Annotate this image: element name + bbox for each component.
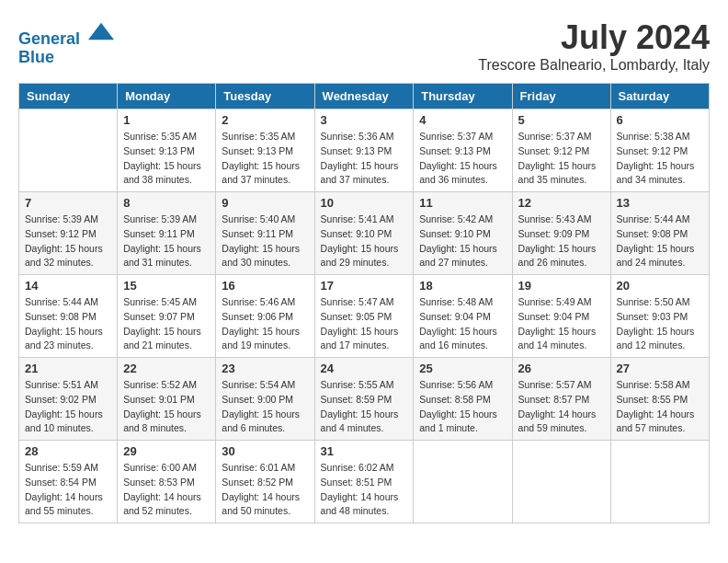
day-cell (610, 441, 709, 523)
logo-icon (88, 18, 114, 44)
day-info: Sunrise: 5:52 AMSunset: 9:01 PMDaylight:… (123, 378, 210, 436)
day-info: Sunrise: 5:41 AMSunset: 9:10 PMDaylight:… (321, 213, 408, 270)
month-title: July 2024 (478, 18, 710, 57)
day-info: Sunrise: 5:58 AMSunset: 8:55 PMDaylight:… (617, 378, 703, 436)
day-info: Sunrise: 6:00 AMSunset: 8:53 PMDaylight:… (123, 461, 210, 519)
day-cell: 13Sunrise: 5:44 AMSunset: 9:08 PMDayligh… (610, 192, 709, 275)
day-number: 13 (617, 196, 703, 210)
day-info: Sunrise: 5:50 AMSunset: 9:03 PMDaylight:… (617, 295, 703, 353)
svg-marker-0 (88, 23, 114, 40)
logo: General Blue (18, 18, 114, 67)
day-info: Sunrise: 5:45 AMSunset: 9:07 PMDaylight:… (123, 295, 210, 353)
day-info: Sunrise: 5:40 AMSunset: 9:11 PMDaylight:… (222, 213, 308, 270)
day-cell (19, 109, 118, 192)
day-number: 14 (25, 279, 111, 293)
day-cell: 10Sunrise: 5:41 AMSunset: 9:10 PMDayligh… (314, 192, 414, 275)
day-number: 29 (123, 444, 210, 458)
day-info: Sunrise: 5:57 AMSunset: 8:57 PMDaylight:… (518, 378, 605, 436)
day-cell: 9Sunrise: 5:40 AMSunset: 9:11 PMDaylight… (216, 192, 314, 275)
day-cell: 20Sunrise: 5:50 AMSunset: 9:03 PMDayligh… (610, 275, 709, 358)
day-cell: 14Sunrise: 5:44 AMSunset: 9:08 PMDayligh… (19, 275, 118, 358)
day-cell: 4Sunrise: 5:37 AMSunset: 9:13 PMDaylight… (414, 109, 512, 192)
day-number: 21 (25, 362, 111, 375)
day-cell: 22Sunrise: 5:52 AMSunset: 9:01 PMDayligh… (118, 358, 216, 441)
day-cell: 19Sunrise: 5:49 AMSunset: 9:04 PMDayligh… (512, 275, 610, 358)
day-number: 12 (518, 196, 605, 210)
day-cell: 24Sunrise: 5:55 AMSunset: 8:59 PMDayligh… (314, 358, 414, 441)
day-number: 4 (419, 113, 506, 127)
day-number: 5 (518, 113, 605, 127)
day-cell: 29Sunrise: 6:00 AMSunset: 8:53 PMDayligh… (118, 441, 216, 523)
day-cell: 8Sunrise: 5:39 AMSunset: 9:11 PMDaylight… (118, 192, 216, 275)
day-info: Sunrise: 5:44 AMSunset: 9:08 PMDaylight:… (25, 295, 111, 353)
day-info: Sunrise: 5:54 AMSunset: 9:00 PMDaylight:… (222, 378, 308, 436)
location-title: Trescore Balneario, Lombardy, Italy (478, 57, 710, 74)
day-cell: 30Sunrise: 6:01 AMSunset: 8:52 PMDayligh… (216, 441, 314, 523)
day-info: Sunrise: 5:39 AMSunset: 9:12 PMDaylight:… (25, 213, 111, 270)
day-number: 2 (222, 113, 308, 127)
day-info: Sunrise: 5:44 AMSunset: 9:08 PMDaylight:… (617, 213, 703, 270)
day-info: Sunrise: 5:51 AMSunset: 9:02 PMDaylight:… (25, 378, 111, 436)
day-info: Sunrise: 5:47 AMSunset: 9:05 PMDaylight:… (321, 295, 408, 353)
title-area: July 2024 Trescore Balneario, Lombardy, … (478, 18, 710, 74)
header-day-monday: Monday (118, 84, 216, 109)
header-day-friday: Friday (512, 84, 610, 109)
day-cell (512, 441, 610, 523)
day-info: Sunrise: 5:42 AMSunset: 9:10 PMDaylight:… (419, 213, 506, 270)
day-cell: 3Sunrise: 5:36 AMSunset: 9:13 PMDaylight… (314, 109, 414, 192)
day-number: 8 (123, 196, 210, 210)
logo-blue: Blue (18, 49, 114, 67)
day-cell: 28Sunrise: 5:59 AMSunset: 8:54 PMDayligh… (19, 441, 118, 523)
day-info: Sunrise: 6:02 AMSunset: 8:51 PMDaylight:… (321, 461, 408, 519)
day-info: Sunrise: 5:37 AMSunset: 9:13 PMDaylight:… (419, 130, 506, 188)
day-info: Sunrise: 5:36 AMSunset: 9:13 PMDaylight:… (321, 130, 408, 188)
day-info: Sunrise: 5:56 AMSunset: 8:58 PMDaylight:… (419, 378, 506, 436)
day-number: 17 (321, 279, 408, 293)
day-info: Sunrise: 5:46 AMSunset: 9:06 PMDaylight:… (222, 295, 308, 353)
day-info: Sunrise: 5:43 AMSunset: 9:09 PMDaylight:… (518, 213, 605, 270)
day-number: 23 (222, 362, 308, 375)
day-info: Sunrise: 6:01 AMSunset: 8:52 PMDaylight:… (222, 461, 308, 519)
day-number: 24 (321, 362, 408, 375)
header-day-saturday: Saturday (610, 84, 709, 109)
week-row-2: 7Sunrise: 5:39 AMSunset: 9:12 PMDaylight… (19, 192, 710, 275)
header-day-tuesday: Tuesday (216, 84, 314, 109)
day-number: 9 (222, 196, 308, 210)
week-row-5: 28Sunrise: 5:59 AMSunset: 8:54 PMDayligh… (19, 441, 710, 523)
day-number: 1 (123, 113, 210, 127)
day-cell: 26Sunrise: 5:57 AMSunset: 8:57 PMDayligh… (512, 358, 610, 441)
day-number: 16 (222, 279, 308, 293)
day-number: 7 (25, 196, 111, 210)
logo-general: General (18, 29, 80, 48)
day-number: 10 (321, 196, 408, 210)
day-cell: 16Sunrise: 5:46 AMSunset: 9:06 PMDayligh… (216, 275, 314, 358)
day-cell: 6Sunrise: 5:38 AMSunset: 9:12 PMDaylight… (610, 109, 709, 192)
day-cell: 7Sunrise: 5:39 AMSunset: 9:12 PMDaylight… (19, 192, 118, 275)
page-header: General Blue July 2024 Trescore Balneari… (18, 18, 710, 74)
header-day-wednesday: Wednesday (314, 84, 414, 109)
day-cell: 18Sunrise: 5:48 AMSunset: 9:04 PMDayligh… (414, 275, 512, 358)
day-cell: 1Sunrise: 5:35 AMSunset: 9:13 PMDaylight… (118, 109, 216, 192)
day-cell: 11Sunrise: 5:42 AMSunset: 9:10 PMDayligh… (414, 192, 512, 275)
day-cell: 17Sunrise: 5:47 AMSunset: 9:05 PMDayligh… (314, 275, 414, 358)
day-number: 27 (617, 362, 703, 375)
day-cell: 25Sunrise: 5:56 AMSunset: 8:58 PMDayligh… (414, 358, 512, 441)
day-info: Sunrise: 5:48 AMSunset: 9:04 PMDaylight:… (419, 295, 506, 353)
day-cell: 23Sunrise: 5:54 AMSunset: 9:00 PMDayligh… (216, 358, 314, 441)
day-cell: 15Sunrise: 5:45 AMSunset: 9:07 PMDayligh… (118, 275, 216, 358)
week-row-1: 1Sunrise: 5:35 AMSunset: 9:13 PMDaylight… (19, 109, 710, 192)
day-cell: 31Sunrise: 6:02 AMSunset: 8:51 PMDayligh… (314, 441, 414, 523)
day-cell: 12Sunrise: 5:43 AMSunset: 9:09 PMDayligh… (512, 192, 610, 275)
week-row-4: 21Sunrise: 5:51 AMSunset: 9:02 PMDayligh… (19, 358, 710, 441)
logo-text: General (18, 18, 114, 49)
calendar-table: SundayMondayTuesdayWednesdayThursdayFrid… (18, 83, 710, 523)
day-cell (414, 441, 512, 523)
day-info: Sunrise: 5:38 AMSunset: 9:12 PMDaylight:… (617, 130, 703, 188)
week-row-3: 14Sunrise: 5:44 AMSunset: 9:08 PMDayligh… (19, 275, 710, 358)
day-number: 6 (617, 113, 703, 127)
day-cell: 27Sunrise: 5:58 AMSunset: 8:55 PMDayligh… (610, 358, 709, 441)
day-info: Sunrise: 5:37 AMSunset: 9:12 PMDaylight:… (518, 130, 605, 188)
day-number: 28 (25, 444, 111, 458)
day-cell: 2Sunrise: 5:35 AMSunset: 9:13 PMDaylight… (216, 109, 314, 192)
day-number: 3 (321, 113, 408, 127)
